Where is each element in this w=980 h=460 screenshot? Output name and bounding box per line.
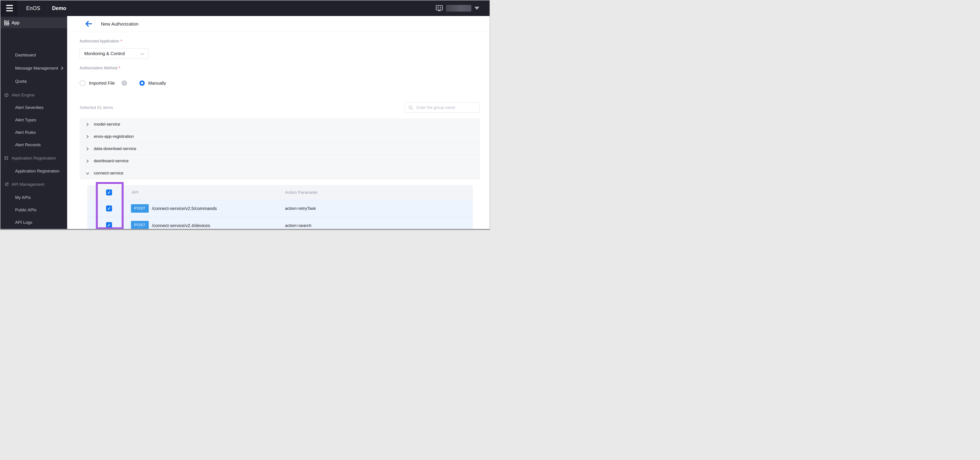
authorization-method-options: Imported File ? Manually [80, 80, 166, 86]
sidebar-item-public-apis[interactable]: Public APIs [0, 206, 67, 214]
authorized-application-select[interactable]: Monitoring & Control [80, 48, 148, 59]
sidebar-item-quota[interactable]: Quota [0, 77, 67, 86]
sidebar-item-alert-severities[interactable]: Alert Severities [0, 103, 67, 112]
api-management-icon [4, 182, 9, 187]
environment-name: Demo [52, 0, 66, 16]
sidebar-section-alert-engine[interactable]: Alert Engine [0, 90, 67, 100]
sidebar-item-my-apis[interactable]: My APIs [0, 193, 67, 202]
action-parameter-value: action=search [285, 223, 312, 228]
search-input[interactable] [405, 103, 480, 113]
method-badge: POST [131, 221, 149, 229]
service-row-data-download-service[interactable]: data-download-service [80, 143, 480, 155]
main-content: New Authorization Authorized Application… [67, 16, 490, 229]
sidebar-item-alert-records[interactable]: Alert Records [0, 140, 67, 149]
chevron-down-icon[interactable] [86, 172, 89, 175]
sidebar-item-api-logs[interactable]: API Logs [0, 218, 67, 227]
manually-label: Manually [148, 81, 166, 86]
enos-console-window: EnOS Demo [0, 0, 490, 230]
group-search [405, 102, 480, 113]
brand-divider [47, 6, 47, 11]
sidebar-item-dashboard[interactable]: Dashboard [0, 51, 67, 60]
page-header: New Authorization [67, 16, 490, 32]
chevron-right-icon[interactable] [86, 159, 89, 163]
column-header-action-parameter: Action Parameter [285, 190, 318, 195]
header-divider [95, 19, 95, 28]
api-row-devices[interactable]: ✓ POST /connect-service/v2.4/devices act… [87, 217, 473, 230]
imported-file-radio[interactable] [80, 80, 85, 86]
hamburger-menu-icon[interactable] [6, 5, 13, 11]
sidebar-item-message-management[interactable]: Message Management [0, 64, 67, 73]
chevron-down-icon [140, 53, 144, 56]
api-path: /connect-service/v2.4/devices [152, 223, 210, 228]
api-row-commands[interactable]: ✓ POST /connect-service/v2.5/commands ac… [87, 200, 473, 217]
sidebar-item-alert-rules[interactable]: Alert Rules [0, 128, 67, 137]
authorized-application-label: Authorized Application* [80, 39, 122, 44]
method-badge: POST [131, 204, 149, 213]
check-icon: ✓ [107, 223, 111, 227]
sidebar-item-api-authorization[interactable]: API Authorization [2, 229, 65, 230]
action-parameter-value: action=retryTask [285, 206, 316, 211]
check-icon: ✓ [107, 190, 111, 195]
chevron-right-icon[interactable] [86, 135, 89, 138]
check-icon: ✓ [107, 206, 111, 211]
caret-down-icon[interactable] [474, 7, 479, 10]
column-header-api: API [132, 190, 138, 195]
menu-toggle-area[interactable] [0, 0, 18, 16]
sidebar-header-app[interactable]: App [0, 17, 67, 28]
user-name-redacted[interactable] [446, 5, 471, 11]
service-row-model-service[interactable]: model-service [80, 118, 480, 130]
service-row-connect-service[interactable]: connect-service [80, 167, 480, 179]
sidebar-section-application-registration[interactable]: Application Registration [0, 154, 67, 163]
authorization-method-label: Authorization Method* [80, 66, 120, 70]
imported-file-label: Imported File [89, 81, 115, 86]
help-question-icon[interactable]: ? [122, 81, 127, 86]
api-path: /connect-service/v2.5/commands [152, 206, 217, 211]
service-row-enos-app-registration[interactable]: enos-app-registration [80, 130, 480, 143]
chevron-right-icon [60, 66, 64, 70]
sidebar: App Dashboard Message Management Quota A… [0, 16, 67, 230]
selected-application: Monitoring & Control [80, 51, 125, 56]
column-separator [280, 189, 280, 196]
required-asterisk: * [121, 39, 122, 43]
sidebar-header-label: App [11, 20, 19, 25]
sidebar-section-api-management[interactable]: API Management [0, 180, 67, 189]
manually-radio[interactable] [139, 81, 145, 86]
app-registration-icon [4, 156, 9, 160]
service-row-dashboard-service[interactable]: dashboard-service [80, 155, 480, 167]
cube-icon [4, 93, 9, 97]
page-title: New Authorization [101, 16, 138, 32]
top-bar: EnOS Demo [0, 0, 490, 16]
row-checkbox[interactable]: ✓ [106, 222, 112, 228]
chevron-right-icon[interactable] [86, 147, 89, 151]
row-checkbox[interactable]: ✓ [106, 206, 112, 211]
selected-items-count: Selected 61 items [80, 105, 113, 110]
app-grid-icon [4, 21, 9, 25]
api-table: ✓ API Action Parameter ✓ POST /connect-s… [87, 185, 473, 230]
required-asterisk: * [119, 66, 120, 70]
sidebar-item-application-registration[interactable]: Application Registration [0, 167, 67, 176]
service-group-list: model-service enos-app-registration data… [80, 118, 480, 179]
console-icon[interactable] [436, 5, 443, 11]
select-all-checkbox[interactable]: ✓ [106, 190, 112, 195]
back-arrow-icon[interactable] [85, 21, 92, 27]
brand-logo: EnOS [26, 0, 40, 16]
api-table-header: ✓ API Action Parameter [87, 185, 473, 200]
sidebar-item-alert-types[interactable]: Alert Types [0, 116, 67, 124]
chevron-right-icon[interactable] [86, 123, 89, 126]
